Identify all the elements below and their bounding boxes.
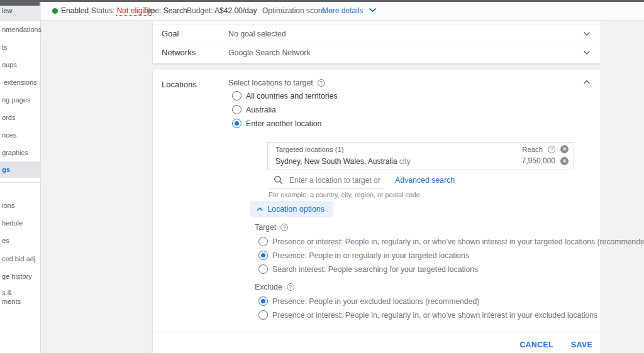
location-search-field[interactable] (269, 172, 384, 188)
help-icon[interactable]: ? (287, 283, 294, 291)
reach-header: Reach ? ✕ (522, 145, 569, 153)
location-options-toggle[interactable]: Location options (250, 201, 333, 217)
location-search-input[interactable] (288, 175, 382, 185)
enabled-label: Enabled (61, 2, 89, 20)
top-dark-strip (0, 0, 644, 2)
sidebar-item-drafts-experiments[interactable]: s & ments (2, 288, 21, 306)
type-value: Search (164, 6, 187, 15)
sidebar-item-recommendations[interactable]: nmendations (2, 25, 42, 34)
radio-label: Presence or interest: People in, regular… (272, 237, 644, 246)
networks-expand-chevron-icon[interactable] (583, 50, 591, 55)
reach-value-row: 7,950,000 ✕ (522, 156, 569, 165)
radio-icon[interactable] (258, 264, 268, 274)
networks-row-label: Networks (162, 43, 196, 62)
sidebar-item-locations[interactable]: ions (2, 201, 14, 210)
radio-target-search-interest[interactable]: Search interest: People searching for yo… (258, 264, 478, 274)
networks-row-value: Google Search Network (228, 43, 311, 62)
location-options-label: Location options (267, 205, 325, 214)
targeted-location-row: Sydney, New South Wales, Australia city (275, 157, 411, 166)
type-field: Type: Search (143, 2, 187, 20)
sidebar-divider (0, 182, 41, 183)
sidebar-nav: iew nmendations ts oups extensions ng pa… (0, 0, 41, 353)
enabled-text: Enabled (61, 6, 89, 15)
select-locations-row: Select locations to target ? (228, 79, 325, 87)
chevron-up-icon (257, 207, 263, 212)
sidebar-dark-strip (0, 0, 40, 6)
locations-collapse-chevron-icon[interactable] (583, 80, 591, 85)
sidebar-item-advanced-bid-adj[interactable]: ced bid adj. (2, 254, 37, 263)
radio-icon[interactable] (258, 237, 268, 246)
target-label: Target (255, 223, 276, 232)
actions-divider (153, 332, 601, 332)
remove-all-icon[interactable]: ✕ (560, 145, 569, 153)
targeted-locations-box: Targeted locations (1) Reach ? ✕ Sydney,… (267, 142, 574, 170)
help-icon[interactable]: ? (318, 79, 325, 87)
campaign-status-bar: Enabled Status: Not eligible Type: Searc… (41, 2, 644, 21)
more-details-link[interactable]: More details (322, 2, 377, 20)
remove-location-icon[interactable]: ✕ (560, 157, 569, 165)
sidebar-item-devices[interactable]: es (2, 236, 9, 245)
sidebar-item-ad-groups[interactable]: oups (2, 60, 17, 69)
sidebar-item-ads-extensions[interactable]: extensions (4, 78, 37, 87)
locations-card: Locations Select locations to target ? A… (153, 70, 601, 353)
sidebar-item-ad-schedule[interactable]: hedule (2, 219, 23, 227)
sidebar-item-landing-pages[interactable]: ng pages (2, 95, 30, 104)
radio-selected-icon[interactable] (232, 119, 242, 128)
sidebar-item-line1: s & (2, 289, 12, 296)
sidebar-item-insights[interactable]: ts (2, 43, 8, 52)
goal-row-value: No goal selected (228, 24, 286, 43)
radio-all-countries[interactable]: All countries and territories (232, 91, 338, 100)
search-icon (274, 175, 283, 185)
enabled-status-dot-icon (52, 8, 58, 14)
sidebar-item-audiences[interactable]: nces (2, 131, 16, 139)
sidebar-item-demographics[interactable]: graphics (2, 148, 28, 157)
exclude-section-label: Exclude ? (255, 283, 294, 291)
networks-row[interactable]: Networks Google Search Network (153, 43, 601, 62)
optimization-score-label: Optimization score: (262, 6, 327, 15)
goal-row-label: Goal (162, 24, 179, 43)
save-button[interactable]: SAVE (571, 340, 592, 349)
radio-icon[interactable] (232, 91, 242, 100)
radio-icon[interactable] (232, 105, 242, 114)
radio-label: Presence or interest: People in, regular… (272, 311, 597, 320)
radio-icon[interactable] (258, 310, 268, 320)
help-icon[interactable]: ? (548, 146, 555, 153)
status-label: Status: (91, 6, 114, 15)
chevron-down-icon (369, 8, 377, 13)
exclude-label: Exclude (255, 283, 282, 291)
radio-label: All countries and territories (246, 92, 338, 100)
actions-bar: CANCEL SAVE (519, 337, 592, 353)
help-icon[interactable]: ? (280, 224, 288, 231)
search-helper-text: For example, a country, city, region, or… (269, 191, 420, 198)
radio-target-presence-or-interest[interactable]: Presence or interest: People in, regular… (258, 237, 644, 246)
radio-target-presence[interactable]: Presence: People in or regularly in your… (258, 251, 469, 260)
radio-selected-icon[interactable] (258, 251, 268, 260)
radio-exclude-presence-or-interest[interactable]: Presence or interest: People in, regular… (258, 310, 597, 320)
radio-label: Presence: People in or regularly in your… (272, 251, 469, 260)
goal-row[interactable]: Goal No goal selected (153, 24, 601, 43)
target-section-label: Target ? (255, 223, 288, 232)
radio-label: Search interest: People searching for yo… (272, 265, 478, 274)
sidebar-item-overview[interactable]: iew (2, 6, 13, 15)
radio-exclude-presence[interactable]: Presence: People in your excluded locati… (258, 296, 479, 306)
settings-summary-card: Goal No goal selected Networks Google Se… (153, 21, 601, 63)
type-label: Type: (143, 6, 161, 15)
reach-label: Reach (522, 146, 543, 153)
radio-label: Enter another location (246, 119, 321, 128)
select-locations-label: Select locations to target (228, 79, 313, 87)
sidebar-item-settings[interactable]: gs (2, 165, 10, 174)
sidebar-item-line2: ments (2, 298, 21, 305)
radio-enter-another-location[interactable]: Enter another location (232, 119, 321, 128)
locations-section-label: Locations (162, 80, 197, 89)
cancel-button[interactable]: CANCEL (519, 340, 553, 349)
goal-expand-chevron-icon[interactable] (583, 31, 591, 36)
sidebar-item-change-history[interactable]: ge history (2, 272, 32, 281)
budget-label: Budget: (187, 6, 213, 15)
budget-value: A$42.00/day (214, 6, 257, 15)
radio-australia[interactable]: Australia (232, 105, 276, 114)
radio-label: Australia (246, 106, 276, 114)
sidebar-item-keywords[interactable]: ords (2, 113, 15, 122)
advanced-search-link[interactable]: Advanced search (395, 172, 455, 188)
radio-selected-icon[interactable] (258, 296, 268, 306)
targeted-locations-header: Targeted locations (1) (275, 146, 344, 153)
